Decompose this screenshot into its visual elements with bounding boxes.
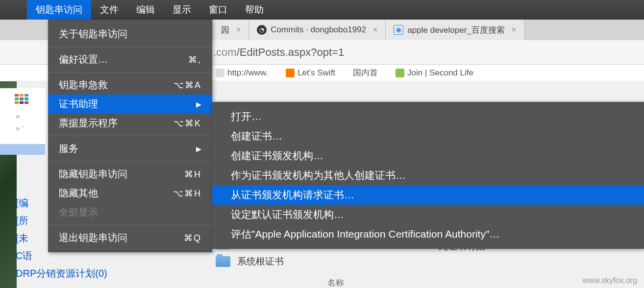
menubar-view[interactable]: 显示 bbox=[164, 0, 200, 20]
submenu-create-for-others[interactable]: 作为证书颁发机构为其他人创建证书… bbox=[212, 166, 644, 185]
menubar-file[interactable]: 文件 bbox=[91, 0, 127, 20]
list-link[interactable]: DRP分销资源计划(0) bbox=[16, 264, 107, 282]
submenu-arrow-icon: ▶ bbox=[196, 145, 201, 153]
menu-separator bbox=[48, 47, 212, 47]
folder-row[interactable]: 系统根证书 bbox=[216, 253, 284, 270]
menu-about[interactable]: 关于钥匙串访问 bbox=[48, 24, 212, 44]
submenu-arrow-icon: ▶ bbox=[196, 100, 201, 108]
submenu-request-from-ca[interactable]: 从证书颁发机构请求证书… bbox=[212, 185, 644, 205]
chevron-right-icon[interactable]: » ' bbox=[0, 122, 45, 134]
close-icon[interactable]: × bbox=[236, 25, 241, 34]
selection-bar bbox=[0, 144, 45, 155]
app-menu-dropdown: 关于钥匙串访问 偏好设置…⌘, 钥匙串急救⌥⌘A 证书助理▶ 票据显示程序⌥⌘K… bbox=[48, 20, 212, 252]
close-icon[interactable]: × bbox=[512, 25, 516, 34]
bookmark-icon bbox=[216, 69, 224, 77]
bookmark-item[interactable]: Let's Swift bbox=[286, 68, 335, 78]
submenu-open[interactable]: 打开… bbox=[212, 107, 644, 126]
menubar-window[interactable]: 窗口 bbox=[200, 0, 236, 20]
shortcut-label: ⌘, bbox=[188, 54, 201, 65]
menu-cert-assistant[interactable]: 证书助理▶ bbox=[48, 95, 212, 114]
menu-services[interactable]: 服务▶ bbox=[48, 139, 212, 158]
shortcut-label: ⌥⌘H bbox=[173, 188, 201, 199]
close-icon[interactable]: × bbox=[373, 25, 377, 34]
cert-assistant-submenu: 打开… 创建证书… 创建证书颁发机构… 作为证书颁发机构为其他人创建证书… 从证… bbox=[212, 102, 644, 249]
submenu-evaluate[interactable]: 评估"Apple Application Integration Certifi… bbox=[212, 224, 644, 244]
menu-ticket-viewer[interactable]: 票据显示程序⌥⌘K bbox=[48, 114, 212, 133]
bookmark-item[interactable]: 国内首 bbox=[353, 67, 378, 78]
folder-icon bbox=[216, 256, 230, 267]
menubar: 钥匙串访问 文件 编辑 显示 窗口 帮助 bbox=[0, 0, 644, 20]
menu-hide[interactable]: 隐藏钥匙串访问⌘H bbox=[48, 165, 212, 184]
browser-tab[interactable]: ❀ apple developer_百度搜索 × bbox=[386, 20, 524, 40]
watermark-text: www.skyfox.org bbox=[583, 276, 637, 285]
menu-show-all: 全部显示 bbox=[48, 203, 212, 222]
bookmark-icon bbox=[396, 69, 404, 77]
apps-grid-icon[interactable] bbox=[15, 94, 28, 104]
bookmark-icon bbox=[286, 69, 295, 77]
url-path: /EditPosts.aspx?opt=1 bbox=[237, 46, 345, 59]
menu-separator bbox=[48, 136, 212, 136]
browser-tab[interactable]: ◔ Commits · dongbobo1992 × bbox=[249, 20, 386, 40]
chevron-right-icon[interactable]: » bbox=[0, 110, 45, 122]
sidebar-left: » » ' bbox=[0, 88, 45, 155]
bookmark-item[interactable]: http://www. bbox=[216, 68, 268, 78]
menu-separator bbox=[48, 225, 212, 225]
column-header-name[interactable]: 名称 bbox=[327, 277, 344, 288]
shortcut-label: ⌥⌘K bbox=[173, 118, 201, 129]
menu-preferences[interactable]: 偏好设置…⌘, bbox=[48, 50, 212, 69]
tab-label: 园 bbox=[221, 24, 229, 36]
bookmark-item[interactable]: Join | Second Life bbox=[396, 68, 473, 78]
menu-quit[interactable]: 退出钥匙串访问⌘Q bbox=[48, 228, 212, 247]
menubar-app[interactable]: 钥匙串访问 bbox=[27, 0, 91, 20]
menubar-help[interactable]: 帮助 bbox=[236, 0, 272, 20]
menu-firstaid[interactable]: 钥匙串急救⌥⌘A bbox=[48, 75, 212, 95]
menubar-edit[interactable]: 编辑 bbox=[127, 0, 164, 20]
menu-separator bbox=[48, 161, 212, 162]
url-domain: .com bbox=[213, 46, 237, 59]
shortcut-label: ⌥⌘A bbox=[173, 80, 201, 91]
browser-tab[interactable]: 园 × bbox=[213, 20, 249, 40]
tab-label: apple developer_百度搜索 bbox=[407, 24, 504, 36]
baidu-icon: ❀ bbox=[394, 25, 403, 35]
shortcut-label: ⌘Q bbox=[184, 233, 201, 243]
menu-separator bbox=[48, 72, 212, 72]
submenu-set-default-ca[interactable]: 设定默认证书颁发机构… bbox=[212, 205, 644, 224]
menu-hide-others[interactable]: 隐藏其他⌥⌘H bbox=[48, 184, 212, 203]
shortcut-label: ⌘H bbox=[184, 169, 201, 180]
tab-label: Commits · dongbobo1992 bbox=[271, 25, 366, 35]
submenu-create-ca[interactable]: 创建证书颁发机构… bbox=[212, 146, 644, 166]
github-icon: ◔ bbox=[257, 25, 267, 35]
submenu-create-cert[interactable]: 创建证书… bbox=[212, 126, 644, 146]
